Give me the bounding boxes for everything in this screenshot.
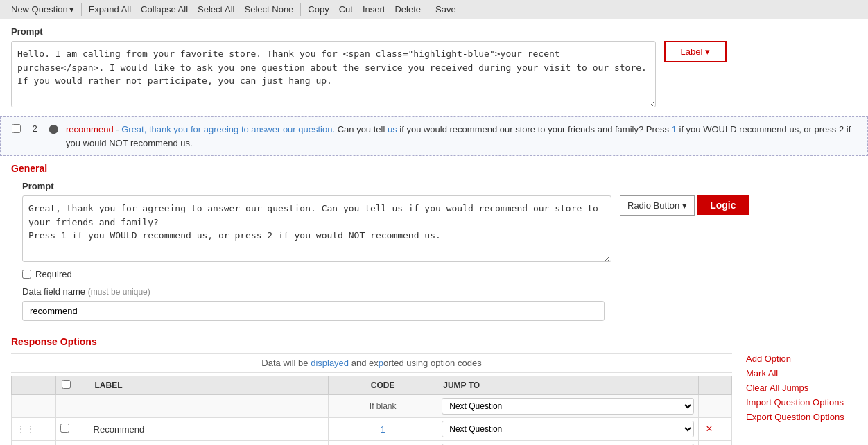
row2-cb bbox=[56, 441, 89, 446]
table-header-row: LABEL CODE JUMP TO bbox=[12, 376, 732, 395]
row1-del: × bbox=[699, 418, 732, 441]
info-bar-text: Data will be displayed and exported usin… bbox=[261, 358, 481, 368]
info-bar: Data will be displayed and exported usin… bbox=[11, 353, 732, 373]
new-question-button[interactable]: New Question ▾ bbox=[7, 3, 78, 16]
question2-text: recommend - Great, thank you for agreein… bbox=[66, 123, 856, 150]
prompt-textarea-1[interactable]: Hello. I am calling from your favorite s… bbox=[11, 41, 656, 107]
data-field-name-text: Data field name bbox=[22, 286, 85, 297]
right-buttons: Radio Button ▾ Logic bbox=[620, 195, 749, 216]
prompt-row-1: Hello. I am calling from your favorite s… bbox=[11, 41, 857, 107]
response-table-container: Data will be displayed and exported usin… bbox=[0, 353, 868, 445]
export-question-options-link[interactable]: Export Question Options bbox=[746, 411, 857, 423]
drag-handle-icon[interactable]: ⋮⋮ bbox=[16, 424, 35, 435]
question2-row: 2 ⬤ recommend - Great, thank you for agr… bbox=[0, 116, 868, 156]
label-button[interactable]: Label ▾ bbox=[664, 41, 727, 62]
label-button-wrapper: Label ▾ bbox=[664, 41, 727, 62]
toolbar-divider-2 bbox=[300, 3, 301, 16]
q2-blue-text-2: us bbox=[388, 124, 397, 134]
th-label: LABEL bbox=[89, 376, 329, 395]
data-field-input[interactable] bbox=[22, 301, 605, 321]
select-all-rows-checkbox[interactable] bbox=[62, 380, 71, 389]
delete-button[interactable]: Delete bbox=[390, 3, 425, 16]
th-checkbox bbox=[56, 376, 89, 395]
data-field-label: Data field name (must be unique) bbox=[22, 286, 857, 297]
dropdown-arrow-icon: ▾ bbox=[69, 4, 74, 15]
row1-label: Recommend bbox=[89, 418, 329, 441]
response-options-section: Response Options Data will be displayed … bbox=[0, 336, 868, 445]
row1-code: 1 bbox=[329, 418, 437, 441]
prompt-row-2: Great, thank you for agreeing to answer … bbox=[22, 195, 857, 262]
cut-button[interactable]: Cut bbox=[335, 3, 357, 16]
blank-drag bbox=[12, 395, 56, 418]
general-inner: Prompt Great, thank you for agreeing to … bbox=[11, 181, 857, 329]
row1-jump: Next Question End Survey Question 1 Ques… bbox=[437, 418, 699, 441]
th-drag bbox=[12, 376, 56, 395]
copy-button[interactable]: Copy bbox=[304, 3, 333, 16]
blank-code: If blank bbox=[329, 395, 437, 418]
response-options-title: Response Options bbox=[0, 336, 868, 347]
question2-number: 2 bbox=[28, 123, 42, 134]
row2-code: 2 bbox=[329, 441, 437, 446]
radio-button-label: Radio Button bbox=[627, 200, 679, 211]
expand-all-button[interactable]: Expand All bbox=[85, 3, 135, 16]
logic-button[interactable]: Logic bbox=[697, 195, 748, 215]
row1-checkbox[interactable] bbox=[60, 424, 69, 433]
blank-label bbox=[89, 395, 329, 418]
th-jump: JUMP TO bbox=[437, 376, 699, 395]
radio-button-type[interactable]: Radio Button ▾ bbox=[620, 195, 695, 216]
row1-cb bbox=[56, 418, 89, 441]
question2-checkbox[interactable] bbox=[12, 124, 21, 133]
blank-row: If blank Next Question End Survey Questi… bbox=[12, 395, 732, 418]
prompt-label-1: Prompt bbox=[11, 26, 857, 37]
blank-jump: Next Question End Survey Question 1 Ques… bbox=[437, 395, 699, 418]
required-checkbox[interactable] bbox=[22, 270, 31, 279]
general-section: General Prompt Great, thank you for agre… bbox=[0, 156, 868, 336]
insert-button[interactable]: Insert bbox=[358, 3, 390, 16]
th-code: CODE bbox=[329, 376, 437, 395]
row1-code-text: 1 bbox=[381, 424, 385, 435]
row1-drag: ⋮⋮ bbox=[12, 418, 56, 441]
import-question-options-link[interactable]: Import Question Options bbox=[746, 396, 857, 408]
q2-red-text: recommend bbox=[66, 124, 114, 134]
required-label: Required bbox=[35, 269, 72, 279]
row2-drag: ⋮⋮ bbox=[12, 441, 56, 446]
main-content: Prompt Hello. I am calling from your fav… bbox=[0, 19, 868, 445]
response-table-wrap: Data will be displayed and exported usin… bbox=[11, 353, 732, 445]
prompt-textarea-2[interactable]: Great, thank you for agreeing to answer … bbox=[22, 195, 611, 262]
add-option-link[interactable]: Add Option bbox=[746, 353, 857, 365]
toolbar: New Question ▾ Expand All Collapse All S… bbox=[0, 0, 868, 19]
clear-all-jumps-link[interactable]: Clear All Jumps bbox=[746, 382, 857, 394]
label-button-text: Label bbox=[681, 46, 703, 57]
table-row: ⋮⋮ Not recommend 2 bbox=[12, 441, 732, 446]
row1-jump-select[interactable]: Next Question End Survey Question 1 Ques… bbox=[442, 421, 694, 437]
action-links: Add Option Mark All Clear All Jumps Impo… bbox=[746, 353, 857, 445]
row2-jump: Next Question End Survey Question 1 Ques… bbox=[437, 441, 699, 446]
new-question-label: New Question bbox=[11, 4, 68, 15]
must-unique-text: (must be unique) bbox=[88, 287, 150, 297]
question1-block: Prompt Hello. I am calling from your fav… bbox=[0, 19, 868, 116]
row2-label: Not recommend bbox=[89, 441, 329, 446]
select-none-button[interactable]: Select None bbox=[241, 3, 298, 16]
toolbar-divider-1 bbox=[81, 3, 82, 16]
collapse-all-button[interactable]: Collapse All bbox=[137, 3, 192, 16]
response-table: LABEL CODE JUMP TO If blank bbox=[11, 376, 732, 445]
row1-delete-button[interactable]: × bbox=[703, 423, 715, 435]
required-row: Required bbox=[22, 269, 857, 279]
question2-radio-icon: ⬤ bbox=[49, 123, 59, 134]
table-row: ⋮⋮ Recommend 1 bbox=[12, 418, 732, 441]
blank-cb bbox=[56, 395, 89, 418]
label-dropdown-icon: ▾ bbox=[705, 46, 710, 57]
q2-blue-text-1: Great, thank you for agreeing to answer … bbox=[121, 124, 335, 134]
blank-del bbox=[699, 395, 732, 418]
th-del bbox=[699, 376, 732, 395]
save-button[interactable]: Save bbox=[431, 3, 460, 16]
row1-label-text: Recommend bbox=[94, 424, 145, 435]
q2-blue-text-3: 1 bbox=[672, 124, 677, 134]
prompt-label-2: Prompt bbox=[22, 181, 857, 191]
blank-jump-select[interactable]: Next Question End Survey Question 1 Ques… bbox=[442, 398, 694, 415]
general-section-title: General bbox=[11, 163, 857, 174]
radio-dropdown-icon: ▾ bbox=[682, 200, 687, 211]
mark-all-link[interactable]: Mark All bbox=[746, 367, 857, 379]
row2-del: × bbox=[699, 441, 732, 446]
select-all-button[interactable]: Select All bbox=[193, 3, 238, 16]
